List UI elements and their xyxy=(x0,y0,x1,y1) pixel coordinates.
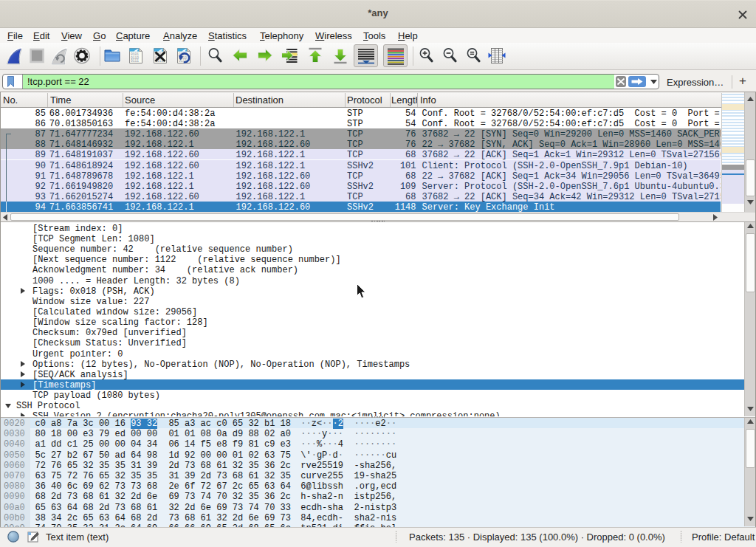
svg-text:0111: 0111 xyxy=(131,59,139,63)
